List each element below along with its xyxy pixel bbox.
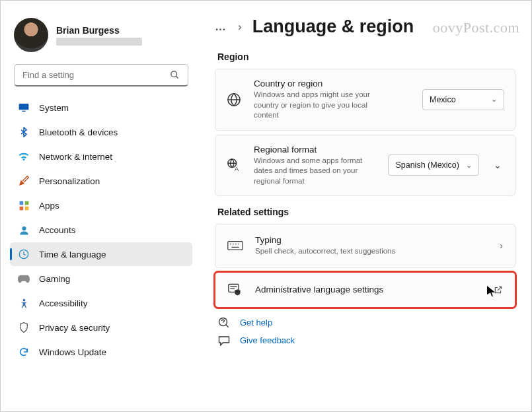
help-icon (217, 317, 231, 329)
regional-format-title: Regional format (254, 145, 376, 154)
nav-label: Bluetooth & devices (39, 127, 118, 137)
sidebar-item-system[interactable]: System (10, 96, 192, 120)
breadcrumb-separator: › (238, 20, 242, 34)
user-name: Brian Burgess (56, 25, 142, 36)
gaming-icon (18, 273, 30, 285)
country-region-setting: Country or region Windows and apps might… (215, 69, 515, 131)
admin-language-title: Administrative language settings (255, 285, 482, 294)
svg-line-1 (176, 76, 178, 78)
country-region-title: Country or region (254, 79, 410, 88)
nav-label: Gaming (39, 274, 70, 284)
sidebar-item-windows-update[interactable]: Windows Update (10, 340, 192, 364)
keyboard-icon (227, 240, 243, 251)
country-region-dropdown[interactable]: Mexico ⌄ (422, 89, 504, 110)
svg-rect-5 (24, 201, 28, 205)
search-input[interactable] (22, 70, 170, 80)
sidebar-item-time-language[interactable]: Time & language (10, 242, 192, 266)
sidebar-item-personalization[interactable]: Personalization (10, 169, 192, 193)
country-region-value: Mexico (430, 95, 456, 104)
typing-desc: Spell check, autocorrect, text suggestio… (255, 246, 488, 257)
nav-label: Time & language (39, 250, 106, 259)
svg-rect-2 (19, 104, 29, 110)
get-help-link[interactable]: Get help (217, 317, 515, 329)
nav-list: System Bluetooth & devices Network & int… (10, 96, 192, 364)
globe-icon (226, 92, 242, 107)
regional-format-dropdown[interactable]: Spanish (Mexico) ⌄ (388, 154, 479, 176)
breadcrumb-more-icon[interactable]: … (215, 20, 227, 34)
expand-chevron-icon[interactable]: ⌄ (491, 160, 504, 170)
feedback-icon (217, 335, 231, 346)
give-feedback-label[interactable]: Give feedback (240, 335, 295, 345)
svg-rect-6 (19, 206, 23, 210)
admin-language-icon (227, 283, 243, 296)
nav-label: Personalization (39, 176, 100, 186)
chevron-right-icon: › (500, 240, 503, 251)
sidebar-item-accessibility[interactable]: Accessibility (10, 291, 192, 315)
sidebar-item-gaming[interactable]: Gaming (10, 267, 192, 291)
nav-label: System (39, 103, 69, 113)
administrative-language-settings-row[interactable]: Administrative language settings (215, 272, 515, 308)
sidebar-item-accounts[interactable]: Accounts (10, 218, 192, 242)
svg-text:A: A (235, 166, 239, 172)
get-help-label[interactable]: Get help (240, 318, 272, 327)
nav-label: Apps (39, 201, 59, 211)
nav-label: Accounts (39, 225, 76, 235)
regional-format-desc: Windows and some apps format dates and t… (254, 156, 376, 187)
accounts-icon (18, 224, 30, 236)
country-region-desc: Windows and apps might use your country … (254, 90, 393, 121)
chevron-down-icon: ⌄ (466, 161, 472, 170)
bluetooth-icon (18, 126, 30, 138)
regional-format-value: Spanish (Mexico) (395, 160, 459, 170)
user-account-row[interactable]: Brian Burgess (10, 15, 192, 61)
nav-label: Privacy & security (39, 323, 110, 333)
sidebar-item-bluetooth[interactable]: Bluetooth & devices (10, 120, 192, 144)
section-region-label: Region (217, 52, 515, 62)
sidebar-item-apps[interactable]: Apps (10, 193, 192, 217)
avatar (14, 18, 48, 52)
section-related-label: Related settings (217, 207, 515, 217)
time-language-icon (18, 248, 30, 260)
help-links: Get help Give feedback (215, 317, 515, 346)
external-link-icon (494, 285, 503, 294)
sidebar-item-network[interactable]: Network & internet (10, 145, 192, 168)
accessibility-icon (18, 297, 30, 309)
chevron-down-icon: ⌄ (491, 95, 497, 104)
search-icon (170, 70, 180, 80)
svg-point-10 (22, 298, 25, 301)
svg-point-0 (171, 71, 177, 77)
main-content: … › Language & region Region Country or … (196, 7, 523, 405)
sidebar: Brian Burgess System Bluetooth & devi (3, 7, 196, 405)
sidebar-item-privacy[interactable]: Privacy & security (10, 316, 192, 339)
svg-rect-4 (19, 201, 23, 205)
typing-title: Typing (255, 235, 488, 245)
system-icon (18, 102, 30, 114)
windows-update-icon (18, 346, 30, 358)
search-box[interactable] (14, 64, 188, 86)
personalization-icon (18, 175, 30, 187)
give-feedback-link[interactable]: Give feedback (217, 335, 515, 346)
nav-label: Windows Update (39, 347, 106, 357)
apps-icon (18, 199, 30, 211)
svg-rect-7 (24, 206, 28, 210)
nav-label: Accessibility (39, 298, 88, 308)
nav-label: Network & internet (39, 152, 112, 162)
svg-rect-3 (22, 111, 25, 112)
privacy-icon (18, 322, 30, 333)
page-title: Language & region (252, 17, 414, 37)
user-email-redacted (56, 38, 142, 46)
regional-format-setting[interactable]: A Regional format Windows and some apps … (215, 135, 515, 197)
globe-text-icon: A (226, 158, 242, 172)
breadcrumb: … › Language & region (215, 17, 515, 37)
network-icon (18, 151, 30, 162)
svg-point-8 (22, 226, 26, 230)
typing-setting-row[interactable]: Typing Spell check, autocorrect, text su… (215, 224, 515, 268)
svg-rect-14 (228, 242, 243, 250)
